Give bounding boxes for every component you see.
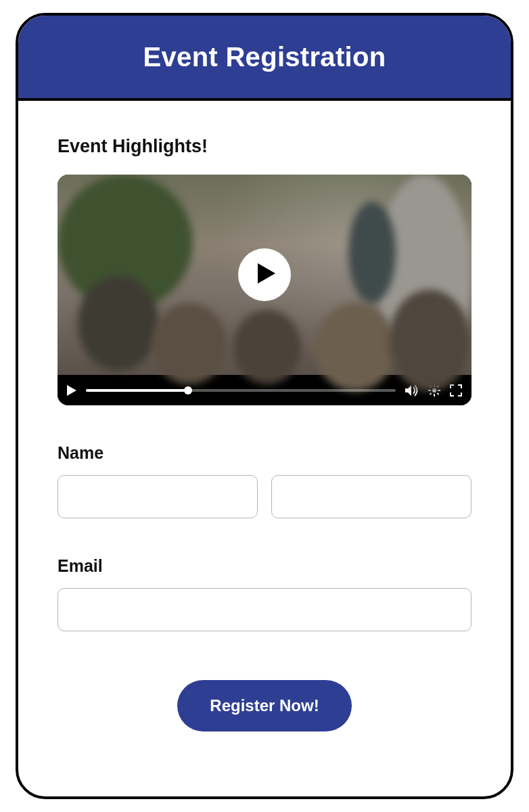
name-group: Name [58, 443, 472, 518]
video-section-title: Event Highlights! [58, 136, 472, 157]
page-title: Event Registration [143, 42, 386, 72]
progress-fill [86, 389, 188, 392]
email-group: Email [58, 556, 472, 631]
last-name-field[interactable] [271, 475, 472, 518]
fullscreen-icon[interactable] [450, 384, 462, 397]
email-label: Email [58, 556, 472, 576]
progress-bar[interactable] [86, 389, 396, 392]
play-icon [254, 263, 275, 286]
card-body: Event Highlights! [18, 101, 511, 731]
registration-card: Event Registration Event Highlights! [16, 13, 513, 799]
register-button[interactable]: Register Now! [177, 680, 351, 731]
svg-rect-6 [437, 392, 440, 395]
name-label: Name [58, 443, 472, 463]
video-thumbnail[interactable] [58, 175, 472, 375]
video-player [58, 175, 472, 405]
svg-rect-2 [434, 394, 435, 397]
card-header: Event Registration [18, 16, 511, 101]
email-field[interactable] [58, 588, 472, 631]
play-button[interactable] [238, 248, 291, 301]
play-small-icon[interactable] [67, 385, 76, 396]
first-name-field[interactable] [58, 475, 258, 518]
svg-rect-8 [430, 392, 432, 395]
progress-handle[interactable] [184, 386, 192, 394]
